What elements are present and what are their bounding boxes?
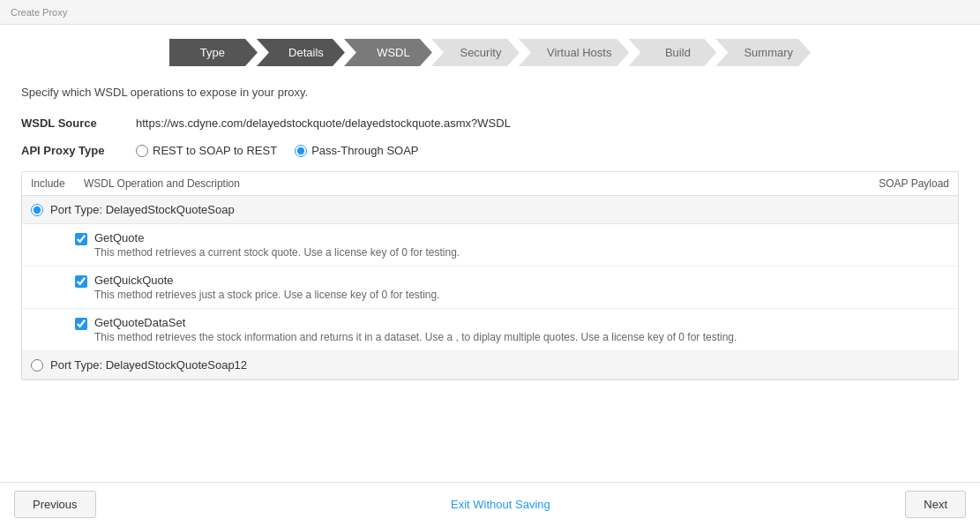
operation-checkbox-wrapper-op1[interactable] (75, 233, 87, 248)
port-type-radio-port2[interactable] (31, 359, 43, 372)
operation-desc-op3: This method retrieves the stock informat… (94, 331, 949, 343)
operation-checkbox-op1[interactable] (75, 233, 87, 245)
step-type[interactable]: Type (169, 39, 258, 66)
next-button[interactable]: Next (905, 491, 966, 518)
step-details[interactable]: Details (257, 39, 345, 66)
operation-checkbox-wrapper-op3[interactable] (75, 318, 87, 333)
operation-checkbox-wrapper-op2[interactable] (75, 275, 87, 290)
col-operation-header: WSDL Operation and Description (84, 177, 843, 190)
port-type-row-port2[interactable]: Port Type: DelayedStockQuoteSoap12 (22, 351, 958, 379)
wsdl-source-label: WSDL Source (21, 116, 136, 130)
table-header: Include WSDL Operation and Description S… (22, 172, 958, 196)
step-security[interactable]: Security (431, 39, 520, 66)
operation-details-op1: GetQuoteThis method retrieves a current … (94, 231, 949, 259)
operation-row-op2: GetQuickQuoteThis method retrieves just … (22, 267, 958, 309)
api-proxy-type-row: API Proxy Type REST to SOAP to REST Pass… (21, 144, 959, 157)
port-type-radio-port1[interactable] (31, 204, 43, 216)
operation-checkbox-op3[interactable] (75, 318, 87, 330)
port-type-row-port1[interactable]: Port Type: DelayedStockQuoteSoap (22, 196, 958, 224)
radio-rest-to-soap-input[interactable] (136, 145, 148, 157)
wsdl-source-value: https://ws.cdyne.com/delayedstockquote/d… (136, 116, 511, 130)
operation-details-op2: GetQuickQuoteThis method retrieves just … (94, 274, 949, 301)
footer: Previous Exit Without Saving Next (0, 482, 980, 526)
radio-rest-to-soap-label: REST to SOAP to REST (153, 144, 277, 157)
step-label-type: Type (169, 39, 258, 66)
wizard-steps: TypeDetailsWSDLSecurityVirtual HostsBuil… (0, 25, 980, 77)
operation-desc-op2: This method retrieves just a stock price… (94, 289, 949, 301)
operation-desc-op1: This method retrieves a current stock qu… (94, 246, 949, 259)
step-wsdl[interactable]: WSDL (344, 39, 432, 66)
step-label-wsdl: WSDL (344, 39, 432, 66)
main-content: Specify which WSDL operations to expose … (0, 77, 980, 380)
col-payload-header: SOAP Payload (843, 177, 949, 190)
operation-name-op2: GetQuickQuote (94, 274, 949, 287)
operation-checkbox-op2[interactable] (75, 275, 87, 288)
operation-details-op3: GetQuoteDataSetThis method retrieves the… (94, 316, 949, 343)
port-type-label-port2: Port Type: DelayedStockQuoteSoap12 (50, 358, 247, 372)
wsdl-source-row: WSDL Source https://ws.cdyne.com/delayed… (21, 116, 959, 130)
step-label-details: Details (257, 39, 345, 66)
radio-rest-to-soap[interactable]: REST to SOAP to REST (136, 144, 277, 157)
exit-without-saving-link[interactable]: Exit Without Saving (451, 498, 550, 511)
radio-pass-through-label: Pass-Through SOAP (311, 144, 418, 157)
previous-button[interactable]: Previous (14, 491, 96, 518)
operation-name-op1: GetQuote (94, 231, 949, 244)
step-label-security: Security (431, 39, 520, 66)
step-label-summary: Summary (715, 39, 811, 66)
radio-pass-through[interactable]: Pass-Through SOAP (295, 144, 418, 157)
operation-name-op3: GetQuoteDataSet (94, 316, 949, 329)
col-include-header: Include (31, 177, 84, 190)
operation-row-op3: GetQuoteDataSetThis method retrieves the… (22, 309, 958, 351)
operations-table: Include WSDL Operation and Description S… (21, 171, 959, 380)
step-build[interactable]: Build (628, 39, 716, 66)
step-label-virtual-hosts: Virtual Hosts (519, 39, 629, 66)
operation-row-op1: GetQuoteThis method retrieves a current … (22, 224, 958, 267)
step-label-build: Build (628, 39, 716, 66)
api-proxy-type-label: API Proxy Type (21, 144, 136, 157)
proxy-type-radio-group: REST to SOAP to REST Pass-Through SOAP (136, 144, 419, 157)
port-type-label-port1: Port Type: DelayedStockQuoteSoap (50, 203, 235, 216)
step-summary[interactable]: Summary (715, 39, 811, 66)
step-virtual-hosts[interactable]: Virtual Hosts (519, 39, 629, 66)
title-bar: Create Proxy (0, 0, 980, 25)
subtitle: Specify which WSDL operations to expose … (21, 86, 959, 99)
title-bar-text: Create Proxy (11, 7, 67, 18)
radio-pass-through-input[interactable] (295, 145, 307, 157)
